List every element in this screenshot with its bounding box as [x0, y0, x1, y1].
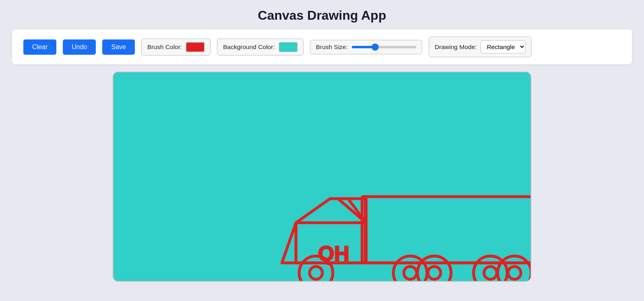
- svg-text:QH: QH: [318, 242, 349, 265]
- bg-color-swatch[interactable]: [279, 42, 297, 52]
- save-button[interactable]: Save: [102, 39, 134, 55]
- drawing-mode-select[interactable]: Pencil Rectangle Circle Line Eraser: [481, 40, 526, 54]
- toolbar: Clear Undo Save Brush Color: Background …: [12, 29, 632, 64]
- canvas-container[interactable]: QH: [113, 72, 531, 282]
- brush-size-group: Brush Size:: [310, 40, 422, 54]
- drawing-mode-group: Drawing Mode: Pencil Rectangle Circle Li…: [429, 37, 532, 57]
- canvas-drawing[interactable]: QH: [114, 72, 530, 281]
- drawing-mode-label: Drawing Mode:: [435, 43, 477, 51]
- brush-size-slider[interactable]: [352, 46, 416, 48]
- bg-color-group: Background Color:: [217, 39, 303, 56]
- brush-color-label: Brush Color:: [147, 43, 182, 51]
- undo-button[interactable]: Undo: [63, 39, 96, 55]
- brush-color-swatch[interactable]: [186, 42, 204, 52]
- app-title: Canvas Drawing App: [258, 0, 386, 29]
- brush-size-label: Brush Size:: [316, 43, 348, 51]
- clear-button[interactable]: Clear: [23, 39, 56, 55]
- bg-color-label: Background Color:: [223, 43, 275, 51]
- brush-color-group: Brush Color:: [141, 39, 211, 56]
